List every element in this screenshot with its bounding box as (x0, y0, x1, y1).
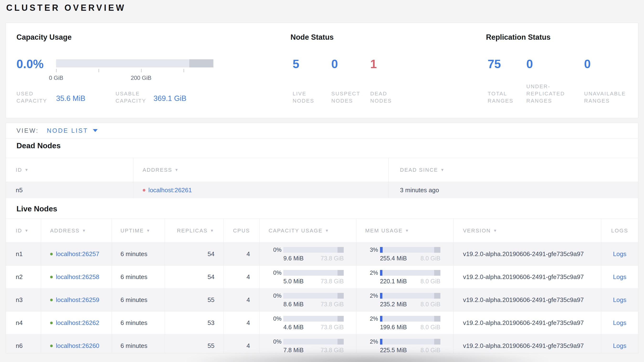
mem-bar (380, 339, 440, 344)
node-dead-dot (143, 189, 145, 192)
capacity-axis: 0 GiB 200 GiB (56, 69, 214, 72)
logs-link[interactable]: Logs (613, 296, 626, 304)
column-header-capacity-usage[interactable]: CAPACITY USAGE ▼ (260, 219, 356, 242)
mem-total: 8.0 GiB (420, 301, 440, 308)
capacity-usage-bar (56, 59, 214, 67)
capacity-total: 73.8 GiB (320, 324, 344, 331)
capacity-percent: 0% (268, 247, 282, 253)
logs-link[interactable]: Logs (613, 342, 626, 349)
node-live-dot (50, 276, 53, 278)
node-address-cell: localhost:26257 (41, 243, 112, 265)
node-uptime: 6 minutes (112, 266, 165, 288)
node-address-link[interactable]: localhost:26258 (56, 273, 99, 281)
capacity-bar (283, 339, 344, 344)
node-cpus: 4 (224, 243, 260, 265)
node-address-cell: localhost:26258 (41, 266, 112, 288)
node-capacity-usage: 0% 7.8 MiB 73.8 GiB (260, 334, 356, 353)
node-replicas: 55 (165, 334, 224, 353)
node-capacity-usage: 0% 9.6 MiB 73.8 GiB (260, 243, 356, 265)
node-replicas: 54 (165, 243, 224, 265)
sort-arrow-icon: ▼ (82, 229, 86, 233)
capacity-total: 73.8 GiB (320, 347, 344, 354)
node-address-link[interactable]: localhost:26262 (56, 319, 99, 327)
under-replicated-label: UNDER-REPLICATED RANGES (526, 83, 575, 104)
mem-used: 199.6 MiB (380, 324, 407, 331)
node-mem-usage: 3% 255.4 MiB 8.0 GiB (356, 243, 454, 265)
mem-bar (380, 293, 440, 299)
mem-used: 225.5 MiB (380, 347, 407, 354)
column-header-address[interactable]: ADDRESS ▼ (41, 219, 112, 242)
node-version: v19.2.0-alpha.20190606-2491-gfe735c9a97 (454, 266, 602, 288)
usable-capacity-label: USABLE CAPACITY (116, 90, 157, 104)
live-nodes-table: ID ▼ ADDRESS ▼ UPTIME ▼ REPLICAS ▼ CPUS (6, 219, 638, 353)
node-version: v19.2.0-alpha.20190606-2491-gfe735c9a97 (454, 289, 602, 311)
capacity-bar (283, 270, 344, 276)
node-mem-usage: 2% 199.6 MiB 8.0 GiB (356, 311, 454, 334)
column-header-id[interactable]: ID ▼ (6, 158, 134, 182)
live-nodes-rows: n1 localhost:26257 6 minutes 54 4 0% (6, 243, 638, 353)
logs-link[interactable]: Logs (613, 273, 626, 281)
summary-card: Capacity Usage 0.0% 0 GiB 200 GiB USED C… (6, 23, 638, 118)
node-address-link[interactable]: localhost:26260 (56, 342, 99, 349)
column-header-id[interactable]: ID ▼ (6, 219, 41, 242)
column-header-dead-since[interactable]: DEAD SINCE ▼ (388, 158, 638, 182)
view-dropdown[interactable]: NODE LIST (47, 127, 98, 134)
capacity-usage-title: Capacity Usage (16, 33, 72, 42)
capacity-used: 9.6 MiB (283, 255, 304, 262)
capacity-bar (283, 293, 344, 299)
node-live-dot (50, 299, 53, 301)
node-address-link[interactable]: localhost:26259 (56, 296, 99, 304)
sort-arrow-icon: ▼ (325, 229, 329, 233)
node-capacity-usage: 0% 8.6 MiB 73.8 GiB (260, 289, 356, 311)
column-header-replicas[interactable]: REPLICAS ▼ (165, 219, 224, 242)
node-version: v19.2.0-alpha.20190606-2491-gfe735c9a97 (454, 334, 602, 353)
sort-arrow-icon: ▼ (210, 229, 214, 233)
dead-nodes-heading: Dead Nodes (16, 141, 61, 150)
chevron-down-icon (93, 129, 98, 132)
dead-since: 3 minutes ago (388, 182, 638, 198)
logs-link[interactable]: Logs (613, 250, 626, 258)
node-cpus: 4 (224, 266, 260, 288)
node-uptime: 6 minutes (112, 243, 165, 265)
dead-nodes-label: DEAD NODES (370, 90, 401, 104)
column-header-address[interactable]: ADDRESS ▼ (134, 158, 388, 182)
capacity-percent: 0% (268, 315, 282, 322)
mem-percent: 3% (365, 247, 378, 253)
column-header-logs: LOGS (601, 219, 638, 242)
live-nodes-label: LIVE NODES (293, 90, 324, 104)
capacity-percent: 0% (268, 269, 282, 276)
table-row: n4 localhost:26262 6 minutes 53 4 0% (6, 311, 638, 334)
node-address-link[interactable]: localhost:26257 (56, 250, 99, 258)
sort-arrow-icon: ▼ (24, 168, 29, 172)
node-address-cell: localhost:26261 (134, 182, 388, 198)
capacity-total: 73.8 GiB (320, 255, 344, 262)
capacity-bar (283, 247, 344, 253)
capacity-percent: 0% (268, 292, 282, 299)
mem-total: 8.0 GiB (420, 278, 440, 285)
page-title: CLUSTER OVERVIEW (6, 3, 126, 13)
mem-percent: 2% (365, 292, 378, 299)
node-uptime: 6 minutes (112, 311, 165, 334)
mem-bar (380, 316, 440, 322)
node-address-link[interactable]: localhost:26261 (148, 187, 192, 194)
sort-arrow-icon: ▼ (440, 168, 445, 172)
column-header-mem-usage[interactable]: MEM USAGE ▼ (356, 219, 454, 242)
logs-link[interactable]: Logs (613, 319, 626, 327)
node-address-cell: localhost:26259 (41, 289, 112, 311)
dead-nodes-table-header: ID ▼ ADDRESS ▼ DEAD SINCE ▼ (6, 158, 638, 182)
sort-arrow-icon: ▼ (174, 168, 179, 172)
node-logs-cell: Logs (601, 243, 638, 265)
node-live-dot (50, 344, 53, 347)
column-header-uptime[interactable]: UPTIME ▼ (112, 219, 165, 242)
mem-used: 235.2 MiB (380, 301, 407, 308)
node-id: n2 (6, 266, 41, 288)
used-capacity-label: USED CAPACITY (16, 90, 58, 104)
node-id: n4 (6, 311, 41, 334)
total-ranges-label: TOTAL RANGES (488, 90, 521, 104)
node-address-cell: localhost:26262 (41, 311, 112, 334)
unavailable-ranges-count: 0 (584, 56, 591, 72)
view-dropdown-value: NODE LIST (47, 127, 88, 134)
column-header-version[interactable]: VERSION ▼ (454, 219, 602, 242)
under-replicated-count: 0 (526, 56, 533, 72)
axis-tick (56, 69, 56, 72)
